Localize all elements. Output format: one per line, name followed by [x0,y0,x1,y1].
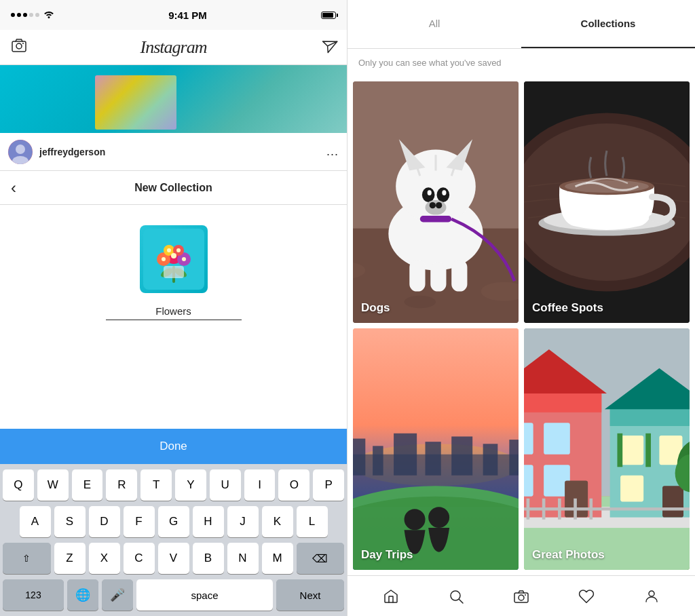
collection-card-daytrips[interactable]: Day Trips [353,328,519,570]
svg-point-39 [436,202,442,208]
username: jeffreydgerson [39,147,320,157]
svg-rect-74 [524,391,601,412]
key-q[interactable]: Q [3,469,34,501]
svg-rect-82 [610,407,690,426]
shift-key[interactable]: ⇧ [3,543,51,574]
key-u[interactable]: U [210,469,241,501]
camera-icon[interactable] [11,37,27,58]
key-a[interactable]: A [20,506,51,537]
key-s[interactable]: S [54,506,86,537]
dot2 [17,13,21,17]
svg-rect-43 [420,216,451,222]
svg-point-2 [22,43,24,44]
svg-rect-63 [483,444,498,475]
svg-line-102 [459,599,464,603]
svg-point-105 [525,594,526,596]
svg-point-37 [426,200,447,215]
new-collection-header: ‹ New Collection [0,171,347,205]
status-right [321,12,336,19]
collection-greatphotos-label: Great Photos [532,548,605,562]
dot3 [23,13,27,17]
send-icon[interactable] [317,35,339,59]
svg-rect-46 [451,260,467,291]
flower-svg [143,229,204,290]
collection-card-dogs[interactable]: Dogs [353,81,519,323]
tab-all[interactable]: All [348,0,521,48]
camera-nav-icon[interactable] [513,588,529,604]
more-options-icon[interactable]: ... [326,145,339,159]
signal-dots [11,13,39,17]
key-m[interactable]: M [262,543,293,574]
key-d[interactable]: D [89,506,120,537]
collection-card-coffee[interactable]: Coffee Spots [524,81,690,323]
collections-subtitle: Only you can see what you've saved [348,49,695,76]
numbers-key[interactable]: 123 [3,579,64,611]
svg-rect-62 [451,436,472,475]
heart-nav-icon[interactable] [578,588,595,604]
space-key[interactable]: space [136,579,273,611]
spacer-l2 [3,506,16,537]
svg-rect-103 [514,593,528,602]
search-nav-icon[interactable] [448,588,464,604]
collections-grid: Dogs [348,76,695,575]
key-t[interactable]: T [140,469,172,501]
key-e[interactable]: E [72,469,103,501]
key-o[interactable]: O [278,469,309,501]
tab-collections[interactable]: Collections [521,0,695,48]
svg-rect-75 [524,423,533,454]
key-g[interactable]: G [158,506,189,537]
collection-name-input[interactable]: Flowers [106,303,242,320]
svg-rect-59 [373,446,383,475]
key-l[interactable]: L [297,506,328,537]
key-w[interactable]: W [37,469,69,501]
svg-point-36 [442,190,446,195]
svg-rect-45 [430,262,446,291]
svg-point-28 [405,296,436,309]
daytrips-image [353,328,519,570]
globe-key[interactable]: 🌐 [67,579,98,611]
key-z[interactable]: Z [54,543,86,574]
done-label: Done [159,440,187,453]
key-p[interactable]: P [313,469,344,501]
svg-point-106 [649,591,654,596]
svg-point-68 [405,509,426,530]
collection-coffee-label: Coffee Spots [532,301,603,315]
svg-rect-89 [645,434,651,467]
key-y[interactable]: Y [175,469,206,501]
key-n[interactable]: N [227,543,259,574]
back-button[interactable]: ‹ [11,178,16,197]
home-nav-icon[interactable] [383,588,399,604]
svg-rect-86 [662,486,683,517]
key-r[interactable]: R [106,469,137,501]
svg-rect-44 [409,260,425,291]
key-i[interactable]: I [244,469,276,501]
key-k[interactable]: K [262,506,293,537]
svg-rect-58 [353,439,365,476]
collection-card-greatphotos[interactable]: Great Photos [524,328,690,570]
keyboard-row-1: Q W E R T Y U I O P [3,469,344,501]
svg-point-20 [167,248,171,252]
key-h[interactable]: H [193,506,224,537]
svg-rect-83 [620,436,643,465]
story-header: jeffreydgerson ... [0,133,347,171]
instagram-logo: Instagram [140,37,207,58]
wifi-icon [43,9,54,20]
key-f[interactable]: F [124,506,155,537]
left-panel: 9:41 PM Instagram [0,0,348,616]
status-left [11,9,54,20]
key-j[interactable]: J [227,506,259,537]
mic-key[interactable]: 🎤 [102,579,133,611]
avatar [8,140,33,164]
key-c[interactable]: C [124,543,155,574]
key-x[interactable]: X [89,543,120,574]
next-key[interactable]: Next [276,579,344,611]
done-button[interactable]: Done [0,429,347,464]
key-b[interactable]: B [193,543,224,574]
tab-collections-label: Collections [581,18,636,29]
collection-name-value: Flowers [106,303,242,320]
svg-rect-77 [524,465,533,496]
svg-rect-61 [426,442,441,476]
profile-nav-icon[interactable] [643,588,660,604]
key-v[interactable]: V [158,543,189,574]
backspace-key[interactable]: ⌫ [297,543,345,574]
